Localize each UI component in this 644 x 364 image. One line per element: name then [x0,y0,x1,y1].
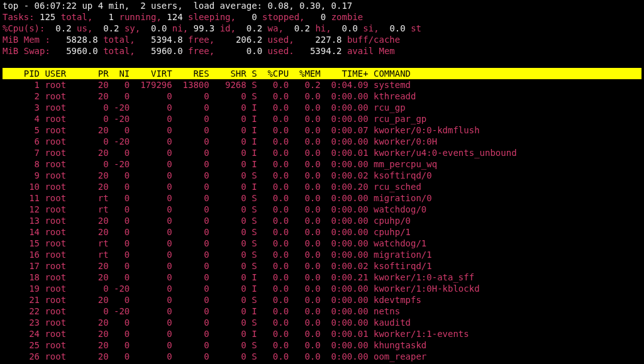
process-row[interactable]: 6 root 0 -20 0 0 0 I 0.0 0.0 0:00.00 kwo… [3,136,437,146]
process-row[interactable]: 4 root 0 -20 0 0 0 I 0.0 0.0 0:00.00 rcu… [3,114,426,124]
process-row[interactable]: 5 root 20 0 0 0 0 I 0.0 0.0 0:00.07 kwor… [3,125,480,135]
process-row[interactable]: 18 root 20 0 0 0 0 I 0.0 0.0 0:00.21 kwo… [3,272,474,282]
process-row[interactable]: 17 root 20 0 0 0 0 S 0.0 0.0 0:00.02 kso… [3,261,432,271]
process-row[interactable]: 1 root 20 0 179296 13800 9268 S 0.0 0.2 … [3,80,411,90]
process-row[interactable]: 2 root 20 0 0 0 0 S 0.0 0.0 0:00.00 kthr… [3,91,416,101]
process-row[interactable]: 19 root 0 -20 0 0 0 I 0.0 0.0 0:00.00 kw… [3,284,480,294]
process-row[interactable]: 11 root rt 0 0 0 0 S 0.0 0.0 0:00.00 mig… [3,193,432,203]
column-header[interactable]: PID USER PR NI VIRT RES SHR S %CPU %MEM … [3,68,641,79]
process-row[interactable]: 13 root 20 0 0 0 0 S 0.0 0.0 0:00.00 cpu… [3,216,411,226]
process-row[interactable]: 23 root 20 0 0 0 0 S 0.0 0.0 0:00.00 kau… [3,317,411,328]
process-row[interactable]: 21 root 20 0 0 0 0 S 0.0 0.0 0:00.00 kde… [3,295,421,305]
process-row[interactable]: 22 root 0 -20 0 0 0 I 0.0 0.0 0:00.00 ne… [3,306,400,316]
process-row[interactable]: 26 root 20 0 0 0 0 S 0.0 0.0 0:00.00 oom… [3,351,426,361]
process-row[interactable]: 15 root rt 0 0 0 0 S 0.0 0.0 0:00.00 wat… [3,238,426,248]
process-row[interactable]: 10 root 20 0 0 0 0 I 0.0 0.0 0:00.20 rcu… [3,182,421,192]
process-row[interactable]: 3 root 0 -20 0 0 0 I 0.0 0.0 0:00.00 rcu… [3,102,406,113]
top-output: top - 06:07:22 up 4 min, 2 users, load a… [0,0,644,364]
process-row[interactable]: 7 root 20 0 0 0 0 I 0.0 0.0 0:00.01 kwor… [3,148,517,158]
process-row[interactable]: 14 root 20 0 0 0 0 S 0.0 0.0 0:00.00 cpu… [3,227,411,237]
process-row[interactable]: 25 root 20 0 0 0 0 S 0.0 0.0 0:00.00 khu… [3,340,426,350]
process-row[interactable]: 8 root 0 -20 0 0 0 I 0.0 0.0 0:00.00 mm_… [3,159,437,169]
process-row[interactable]: 12 root rt 0 0 0 0 S 0.0 0.0 0:00.00 wat… [3,204,426,214]
process-row[interactable]: 16 root rt 0 0 0 0 S 0.0 0.0 0:00.00 mig… [3,250,432,260]
process-row[interactable]: 9 root 20 0 0 0 0 S 0.0 0.0 0:00.02 ksof… [3,170,432,180]
process-row[interactable]: 24 root 20 0 0 0 0 I 0.0 0.0 0:00.01 kwo… [3,329,469,339]
